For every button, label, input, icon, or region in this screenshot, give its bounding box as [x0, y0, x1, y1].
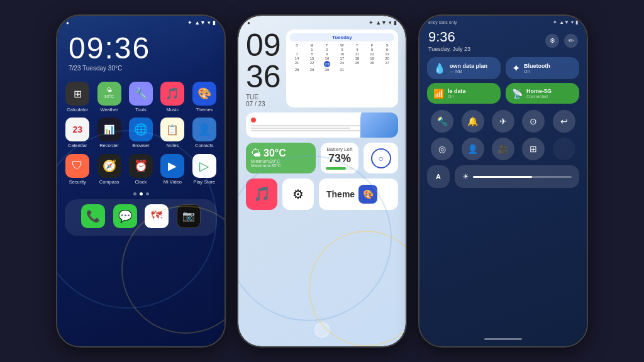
battery-widget[interactable]: Battery Left 73% — [321, 143, 358, 173]
cc-location-btn[interactable]: ◎ — [431, 138, 453, 160]
music-widget[interactable]: 🎵 — [246, 178, 277, 210]
cal-header: Tuesday — [290, 33, 394, 41]
app-browser[interactable]: 🌐 Browser — [127, 118, 155, 148]
playstore-label: Play Store — [193, 180, 215, 185]
app-calculator[interactable]: ⊞ Calculator — [64, 82, 91, 112]
wifi-label: Home-5G — [526, 88, 552, 94]
notes-line-2 — [251, 128, 350, 129]
cal-cell: 19 — [365, 57, 379, 60]
notes-icon: 📋 — [160, 118, 184, 141]
cc-edit-btn[interactable]: ✏ — [564, 34, 578, 48]
cc-tiles-row1: 💧 own data plan — MB ✦ Bluetooth On — [419, 55, 587, 79]
app-playstore[interactable]: ▷ Play Store — [191, 154, 218, 185]
dot-3 — [146, 192, 149, 195]
status-icons: ✦ ▲▼ ▾ ▮ — [187, 19, 216, 26]
tools-label: Tools — [135, 107, 147, 112]
phone-1: ● ✦ ▲▼ ▾ ▮ 09:36 7/23 Tuesday 30°C ⊞ Cal… — [56, 14, 226, 348]
cc-rotate-btn[interactable]: ↩ — [553, 110, 575, 133]
dock-maps[interactable]: 🗺 — [145, 204, 169, 228]
recorder-label: Recorder — [99, 143, 119, 148]
cal-day: T — [350, 43, 364, 47]
settings-widget[interactable]: ⚙ — [282, 178, 314, 210]
cal-cell: 21 — [290, 61, 304, 67]
cc-round-row2: ◎ 👤 🎥 ⊞ — [419, 138, 587, 160]
cc-extra-btn[interactable] — [553, 138, 575, 160]
cc-flashlight-btn[interactable]: 🔦 — [431, 110, 453, 133]
cc-grid-btn[interactable]: ⊞ — [522, 138, 545, 160]
calendar-widget[interactable]: Tuesday SMTWTFS 123456 78910111213 14151… — [286, 30, 398, 107]
cc-tile-wifi[interactable]: 📡 Home-5G Connected — [506, 83, 579, 104]
weather-icon: 🌤30°C — [97, 82, 121, 106]
weather-min: Minimum:20°C — [251, 159, 311, 163]
theme-widget[interactable]: Theme 🎨 — [319, 178, 398, 210]
dock-camera[interactable]: 📷 — [177, 204, 201, 228]
cc-brightness-control[interactable]: ☀ — [455, 165, 579, 188]
cal-day: S — [290, 43, 304, 47]
app-themes[interactable]: 🎨 Themes — [191, 82, 218, 112]
mivideo-label: Mi Video — [164, 180, 182, 185]
weather-widget[interactable]: 🌤 30°C Minimum:20°C Maximum:35°C — [246, 143, 316, 173]
contacts-icon: 👤 — [192, 118, 216, 141]
cc-portrait-btn[interactable]: 👤 — [462, 138, 484, 160]
cal-cell: 17 — [335, 57, 349, 60]
widget-day: TUE — [246, 94, 281, 101]
app-mivideo[interactable]: ▶ Mi Video — [158, 154, 186, 185]
dock-phone[interactable]: 📞 — [81, 204, 105, 228]
cal-cell: 18 — [350, 57, 364, 60]
cal-today: 23 — [324, 61, 330, 67]
cc-tile-bluetooth[interactable]: ✦ Bluetooth On — [506, 57, 579, 79]
signal-icon-2: ▲▼ — [375, 19, 387, 26]
phone-1-bg: ● ✦ ▲▼ ▾ ▮ 09:36 7/23 Tuesday 30°C ⊞ Cal… — [57, 16, 225, 346]
top-widget-row: 0936 TUE 07 / 23 Tuesday SMTWTFS 123456 … — [238, 27, 406, 110]
app-calendar[interactable]: 23 Calendar — [64, 118, 91, 148]
cc-text-a-btn[interactable]: A — [427, 165, 450, 188]
miui-widget[interactable]: ○ — [364, 143, 398, 173]
cal-day: M — [305, 43, 319, 47]
cal-cell: 3 — [335, 48, 349, 52]
app-music[interactable]: 🎵 Music — [158, 82, 186, 112]
dock-messages[interactable]: 💬 — [113, 204, 137, 228]
app-row-2: 🎵 ⚙ Theme 🎨 — [238, 176, 406, 212]
widget-date: 07 / 23 — [246, 101, 281, 107]
security-label: Security — [69, 180, 86, 185]
app-tools[interactable]: 🔧 Tools — [127, 82, 155, 112]
cal-cell: 9 — [319, 52, 334, 56]
notes-dot — [251, 118, 256, 123]
music-icon: 🎵 — [160, 82, 184, 106]
notes-widget[interactable] — [246, 112, 398, 138]
cal-cell: 11 — [350, 52, 364, 56]
cc-focus-btn[interactable]: ⊙ — [522, 110, 545, 133]
weather-battery-row: 🌤 30°C Minimum:20°C Maximum:35°C Battery… — [238, 140, 406, 176]
app-grid-row1: ⊞ Calculator 🌤30°C Weather 🔧 Tools 🎵 Mus… — [57, 74, 225, 118]
cal-cell: 4 — [350, 48, 364, 52]
cc-tile-data-plan[interactable]: 💧 own data plan — MB — [427, 57, 501, 79]
app-clock[interactable]: ⏰ Clock — [127, 154, 155, 185]
cal-cell: 8 — [305, 52, 319, 56]
dot-2 — [140, 192, 143, 195]
app-contacts[interactable]: 👤 Contacts — [191, 118, 218, 148]
cc-tiles-row2: 📶 le data On 📡 Home-5G Connected — [419, 79, 587, 104]
cc-screencam-btn[interactable]: 🎥 — [492, 138, 514, 160]
playstore-icon: ▷ — [192, 154, 216, 178]
cc-status-bar: ency calls only ✦ ▲▼ ▾ ▮ — [419, 16, 587, 26]
cc-notification-btn[interactable]: 🔔 — [462, 110, 484, 133]
app-recorder[interactable]: 📊 Recorder — [95, 118, 123, 148]
tools-icon: 🔧 — [129, 82, 153, 106]
cc-settings-btn[interactable]: ⚙ — [545, 34, 559, 48]
app-grid-row3: 🛡 Security 🧭 Compass ⏰ Clock ▶ Mi Video … — [57, 154, 225, 190]
battery-icon: ▮ — [213, 19, 216, 26]
cc-airplane-btn[interactable]: ✈ — [492, 110, 514, 133]
cal-day: F — [365, 43, 379, 47]
app-security[interactable]: 🛡 Security — [64, 154, 91, 185]
wifi-tile-icon: 📡 — [512, 89, 523, 99]
cc-tile-mobile-data[interactable]: 📶 le data On — [427, 83, 501, 104]
cal-cell: 5 — [365, 48, 379, 52]
cal-day: S — [380, 43, 394, 47]
camera-button-2[interactable] — [314, 322, 330, 337]
battery-fill — [326, 167, 346, 170]
phone-3: ency calls only ✦ ▲▼ ▾ ▮ 9:36 Tuesday, J… — [418, 14, 588, 348]
data-plan-sub: — MB — [450, 69, 487, 74]
app-compass[interactable]: 🧭 Compass — [95, 154, 123, 185]
app-weather[interactable]: 🌤30°C Weather — [95, 82, 123, 112]
app-notes[interactable]: 📋 Notes — [158, 118, 186, 148]
